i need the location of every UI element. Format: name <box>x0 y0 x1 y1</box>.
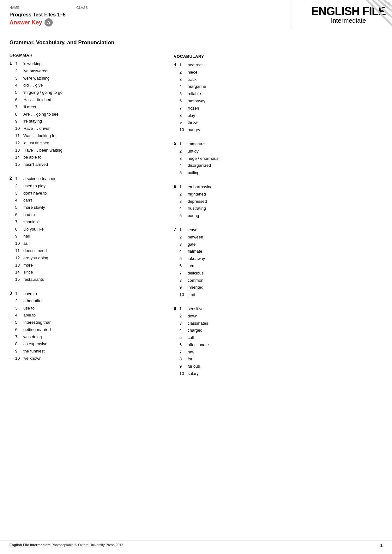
list-item: 1embarrassing <box>179 184 325 190</box>
item-number: 4 <box>15 197 23 204</box>
footer-normal: Photocopiable © Oxford University Press … <box>51 543 123 547</box>
item-number: 2 <box>179 148 188 155</box>
exercise-items: 1sensitive2down3classmates4charged5call6… <box>179 306 325 377</box>
list-item: 3use to <box>15 305 161 312</box>
list-item: 15restaurants <box>15 276 161 283</box>
item-number: 3 <box>179 198 188 205</box>
list-item: 1sensitive <box>179 306 325 312</box>
list-item: 7'll meet <box>15 104 161 111</box>
list-item: 2a beautiful <box>15 298 161 304</box>
item-text: the funniest <box>23 348 45 355</box>
item-text: reliable <box>188 91 201 97</box>
list-item: 2've answered <box>15 68 161 75</box>
item-text: boiling <box>188 170 200 176</box>
footer-page: 1 <box>380 543 383 548</box>
list-item: 8Do you like <box>15 226 161 233</box>
item-text: call <box>188 334 194 341</box>
item-number: 2 <box>15 68 23 75</box>
item-number: 1 <box>179 306 188 312</box>
grammar-exercise-3: 31have to2a beautiful3use to4able to5int… <box>9 291 161 363</box>
item-number: 15 <box>15 161 23 168</box>
item-text: gate <box>188 241 196 248</box>
exercise-number: 3 <box>9 291 15 296</box>
item-text: furious <box>188 363 200 370</box>
item-text: track <box>188 76 196 83</box>
item-number: 6 <box>179 342 188 348</box>
item-text: throw <box>188 119 198 126</box>
item-text: 'll meet <box>23 104 36 111</box>
section-main-title: Grammar, Vocabulary, and Pronunciation <box>9 39 161 46</box>
item-number: 10 <box>179 292 188 298</box>
footer-text: English File Intermediate Photocopiable … <box>9 543 123 548</box>
list-item: 5interesting than <box>15 319 161 326</box>
item-text: are you going <box>23 255 48 262</box>
list-item: 6getting married <box>15 327 161 333</box>
item-text: 've known <box>23 355 41 362</box>
item-text: for <box>188 356 192 363</box>
item-text: be able to <box>23 154 41 161</box>
item-number: 3 <box>15 305 23 312</box>
item-text: a science teacher <box>23 176 56 182</box>
item-number: 12 <box>15 140 23 147</box>
item-number: 7 <box>179 349 188 356</box>
name-label: NAME <box>9 6 20 9</box>
item-text: sensitive <box>188 306 204 312</box>
list-item: 9throw <box>179 119 325 126</box>
item-number: 2 <box>179 234 188 241</box>
item-number: 10 <box>179 370 188 377</box>
item-number: 4 <box>179 205 188 212</box>
exercise-items: 1immature2untidy3huge / enormous4disorga… <box>179 141 325 176</box>
list-item: 10've known <box>15 355 161 362</box>
item-number: 1 <box>179 184 188 190</box>
item-text: 's working <box>23 61 41 67</box>
item-text: 'm going / going to go <box>23 89 63 96</box>
item-text: was doing <box>23 334 42 340</box>
exercise-number: 7 <box>174 227 179 232</box>
list-item: 7delicious <box>179 270 325 277</box>
item-number: 5 <box>179 213 188 219</box>
left-column: Grammar, Vocabulary, and Pronunciation G… <box>9 39 161 385</box>
item-text: salary <box>188 370 199 377</box>
list-item: 2used to play <box>15 183 161 190</box>
item-text: untidy <box>188 148 199 155</box>
exercise-number: 5 <box>174 141 179 146</box>
item-text: flatmate <box>188 248 202 255</box>
item-text: jam <box>188 263 194 269</box>
item-text: use to <box>23 305 34 312</box>
list-item: 6jam <box>179 263 325 269</box>
vocabulary-heading: VOCABULARY <box>174 54 325 59</box>
list-item: 5call <box>179 334 325 341</box>
footer: English File Intermediate Photocopiable … <box>0 540 392 548</box>
item-text: play <box>188 112 195 119</box>
list-item: 7raw <box>179 349 325 356</box>
vocabulary-blocks-container: 41beetroot2niece3track4margarine5reliabl… <box>174 62 325 378</box>
exercise-number: 2 <box>9 176 15 181</box>
item-number: 1 <box>179 62 188 69</box>
item-number: 10 <box>15 240 23 247</box>
list-item: 14be able to <box>15 154 161 161</box>
item-number: 7 <box>15 104 23 111</box>
deco-lines-icon <box>364 0 392 35</box>
exercise-items: 1beetroot2niece3track4margarine5reliable… <box>179 62 325 133</box>
item-number: 5 <box>179 91 188 97</box>
list-item: 5boiling <box>179 170 325 176</box>
vocabulary-exercise-4: 41beetroot2niece3track4margarine5reliabl… <box>174 62 325 134</box>
list-item: 9had <box>15 233 161 240</box>
item-number: 12 <box>15 255 23 262</box>
item-text: embarrassing <box>188 184 213 190</box>
list-item: 11doesn't need <box>15 248 161 254</box>
list-item: 1immature <box>179 141 325 148</box>
item-text: Are … going to see <box>23 111 58 118</box>
list-item: 8as expensive <box>15 341 161 347</box>
item-text: can't <box>23 197 32 204</box>
item-number: 3 <box>179 76 188 83</box>
list-item: 8Are … going to see <box>15 111 161 118</box>
list-item: 1beetroot <box>179 62 325 69</box>
grammar-heading: GRAMMAR <box>9 53 161 57</box>
right-column: VOCABULARY 41beetroot2niece3track4margar… <box>174 39 325 385</box>
item-number: 2 <box>15 298 23 304</box>
item-text: frozen <box>188 105 199 112</box>
item-text: doesn't need <box>23 248 47 254</box>
item-text: huge / enormous <box>188 155 219 162</box>
item-text: immature <box>188 141 205 148</box>
